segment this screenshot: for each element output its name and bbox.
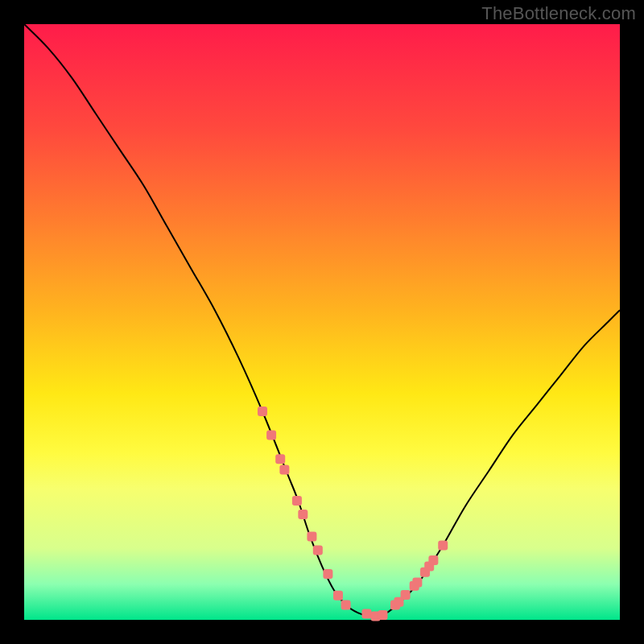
bottleneck-curve	[24, 24, 620, 617]
chart-marker	[323, 569, 332, 579]
chart-marker	[279, 465, 289, 475]
chart-marker	[333, 591, 343, 601]
chart-marker	[428, 555, 438, 565]
chart-marker	[298, 510, 308, 519]
chart-marker	[307, 531, 316, 541]
marker-group	[258, 407, 448, 621]
chart-marker	[275, 454, 285, 464]
chart-marker	[313, 545, 323, 555]
chart-marker	[266, 431, 276, 440]
chart-marker	[341, 601, 351, 610]
chart-marker	[258, 407, 267, 416]
chart-container: TheBottleneck.com	[0, 0, 644, 644]
chart-marker	[401, 590, 411, 600]
chart-svg	[24, 24, 620, 620]
chart-marker	[438, 541, 448, 551]
chart-marker	[292, 496, 302, 506]
chart-marker	[362, 609, 372, 619]
plot-area	[24, 24, 620, 620]
watermark-label: TheBottleneck.com	[481, 3, 636, 24]
chart-marker	[412, 577, 422, 587]
chart-marker	[378, 610, 387, 620]
